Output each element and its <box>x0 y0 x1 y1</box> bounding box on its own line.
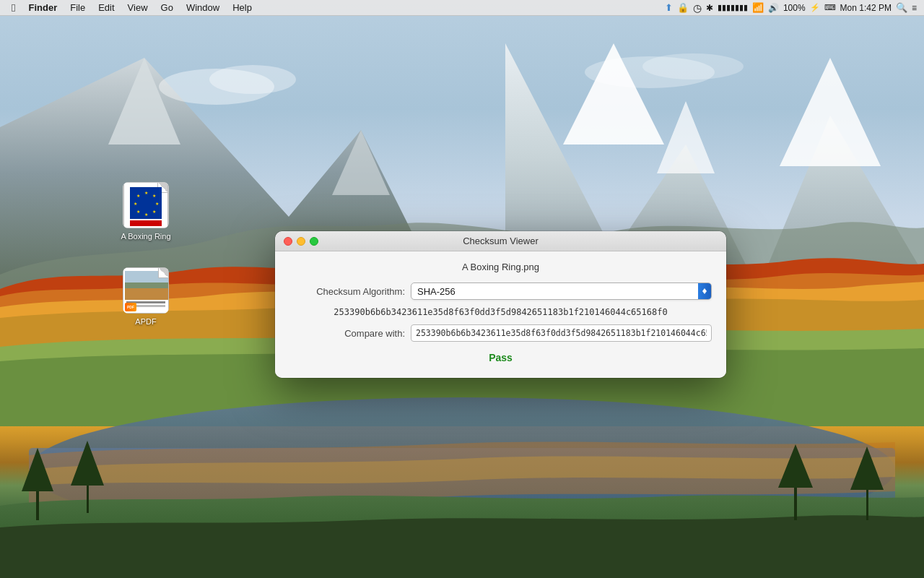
svg-point-19 <box>209 65 296 94</box>
maximize-button[interactable] <box>310 237 318 246</box>
menu-go[interactable]: Go <box>155 1 179 14</box>
dialog-content: A Boxing Ring.png Checksum Algorithm: MD… <box>275 251 726 378</box>
desktop-icon-boxing-ring[interactable]: ★ ★ ★ ★ ★ ★ ★ ★ A Boxing Ring <box>117 182 175 241</box>
apdf-icon-image: PDF <box>123 267 169 314</box>
checksum-dialog: Checksum Viewer A Boxing Ring.png Checks… <box>275 231 726 378</box>
svg-text:★: ★ <box>134 202 137 206</box>
apple-menu[interactable]:  <box>6 1 21 14</box>
clock[interactable]: Mon 1:42 PM <box>840 3 892 13</box>
notification-icon[interactable]: ≡ <box>912 3 917 13</box>
algorithm-label: Checksum Algorithm: <box>289 286 405 297</box>
apdf-label: APDF <box>135 316 156 327</box>
checksum-value: 253390b6b6b3423611e35d8f63f0dd3f5d984265… <box>289 307 712 317</box>
menu-help[interactable]: Help <box>227 1 258 14</box>
time-machine-icon[interactable]: ◷ <box>693 2 702 14</box>
menu-finder[interactable]: Finder <box>22 1 63 14</box>
boxing-ring-label: A Boxing Ring <box>121 231 170 241</box>
menubar-left:  Finder File Edit View Go Window Help <box>0 1 258 14</box>
dialog-filename: A Boxing Ring.png <box>289 262 712 272</box>
svg-rect-16 <box>866 486 868 520</box>
power-icon[interactable]: ⚡ <box>810 3 820 12</box>
traffic-lights <box>284 237 318 246</box>
keyboard-icon[interactable]: ⌨ <box>824 3 836 12</box>
menubar-right: ⬆ 🔒 ◷ ✱ ▮▮▮▮▮▮▮ 📶 🔊 100% ⚡ ⌨ Mon 1:42 PM… <box>665 2 924 14</box>
wifi-icon[interactable]: 📶 <box>752 2 764 13</box>
close-button[interactable] <box>284 237 292 246</box>
pass-result: Pass <box>289 352 712 363</box>
algorithm-select[interactable]: MD5 SHA-1 SHA-256 SHA-512 <box>411 282 712 300</box>
boxing-ring-icon-image: ★ ★ ★ ★ ★ ★ ★ ★ <box>123 182 169 228</box>
battery-percentage: 100% <box>783 3 806 13</box>
compare-row: Compare with: <box>289 324 712 342</box>
menu-window[interactable]: Window <box>180 1 225 14</box>
svg-rect-14 <box>794 484 797 520</box>
svg-text:★: ★ <box>144 212 148 217</box>
menu-edit[interactable]: Edit <box>92 1 120 14</box>
compare-label: Compare with: <box>289 328 405 339</box>
menubar:  Finder File Edit View Go Window Help ⬆… <box>0 0 924 16</box>
lock-icon[interactable]: 🔒 <box>677 2 689 13</box>
battery-icon[interactable]: ▮▮▮▮▮▮▮ <box>718 3 748 12</box>
svg-text:★: ★ <box>152 210 156 214</box>
svg-text:★: ★ <box>152 194 156 198</box>
bluetooth-icon[interactable]: ✱ <box>706 3 713 13</box>
menu-view[interactable]: View <box>122 1 154 14</box>
search-icon[interactable]: 🔍 <box>896 2 907 13</box>
dialog-title: Checksum Viewer <box>284 236 718 246</box>
svg-text:★: ★ <box>136 210 140 214</box>
svg-text:★: ★ <box>144 191 148 195</box>
icloud-icon[interactable]: ⬆ <box>665 2 673 13</box>
minimize-button[interactable] <box>297 237 305 246</box>
volume-icon[interactable]: 🔊 <box>768 3 779 13</box>
svg-text:★: ★ <box>136 194 140 198</box>
algorithm-select-wrapper: MD5 SHA-1 SHA-256 SHA-512 <box>411 282 712 300</box>
dialog-titlebar: Checksum Viewer <box>275 231 726 251</box>
algorithm-row: Checksum Algorithm: MD5 SHA-1 SHA-256 SH… <box>289 282 712 300</box>
svg-text:★: ★ <box>155 202 159 206</box>
compare-input[interactable] <box>411 324 712 342</box>
svg-point-21 <box>642 53 744 79</box>
desktop-icon-apdf[interactable]: PDF APDF <box>117 267 175 327</box>
menu-file[interactable]: File <box>64 1 91 14</box>
